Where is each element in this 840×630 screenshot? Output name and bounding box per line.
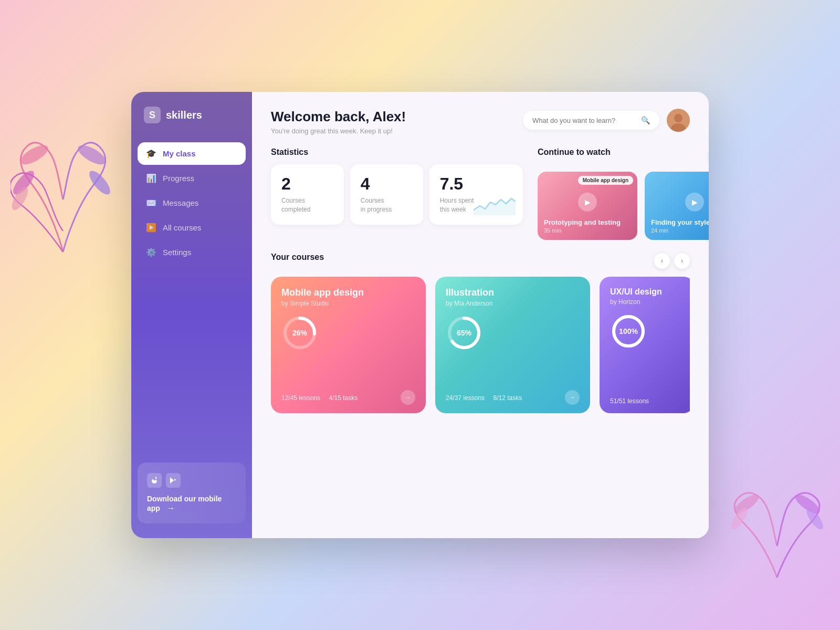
welcome-title: Welcome back, Alex! bbox=[271, 109, 406, 125]
app-name: skillers bbox=[166, 109, 202, 121]
course-card-footer: 12/45 lessons 4/15 tasks → bbox=[281, 390, 415, 405]
svg-point-4 bbox=[10, 184, 31, 212]
course-title: Mobile app design bbox=[281, 287, 415, 298]
course-author: by Simple Studio bbox=[281, 300, 415, 307]
svg-point-10 bbox=[674, 114, 682, 122]
stat-card-hours: 7.5 Hours spentthis week bbox=[429, 164, 523, 225]
continue-title: Continue to watch bbox=[538, 148, 611, 157]
course-progress-text: 65% bbox=[457, 329, 471, 337]
course-lessons: 12/45 lessons 4/15 tasks bbox=[281, 393, 358, 402]
header-left: Welcome back, Alex! You're doing great t… bbox=[271, 109, 406, 135]
svg-point-2 bbox=[75, 142, 109, 169]
courses-nav-arrows: ‹ › bbox=[654, 253, 690, 269]
stat-number: 7.5 bbox=[440, 175, 512, 193]
courses-section: Your courses ‹ › Mobile app design by Si… bbox=[271, 253, 690, 521]
avatar[interactable] bbox=[667, 109, 690, 132]
mobile-app-text: Download our mobile app bbox=[147, 495, 222, 512]
mini-chart bbox=[474, 194, 516, 215]
course-title: UX/UI design bbox=[610, 287, 684, 297]
progress-icon: 📊 bbox=[146, 173, 156, 183]
sidebar-item-my-class[interactable]: 🎓 My class bbox=[138, 142, 246, 165]
course-tasks-text: 4/15 tasks bbox=[329, 394, 358, 402]
course-progress-text: 100% bbox=[619, 327, 638, 335]
play-button[interactable]: ▶ bbox=[685, 193, 704, 212]
course-card-1[interactable]: Illustration by Mia Anderson 65% 24 bbox=[435, 277, 590, 413]
stat-card-courses-completed: 2 Coursescompleted bbox=[271, 164, 344, 225]
app-container: S skillers 🎓 My class 📊 Progress ✉️ Mess… bbox=[131, 92, 709, 538]
sidebar-item-settings[interactable]: ⚙️ Settings bbox=[138, 241, 246, 264]
continue-card-info: Prototyping and testing 35 min bbox=[544, 218, 621, 234]
all-courses-icon: ▶️ bbox=[146, 223, 156, 233]
courses-prev-button[interactable]: ‹ bbox=[654, 253, 670, 269]
course-tasks-text: 8/12 tasks bbox=[494, 394, 522, 402]
sidebar-nav: 🎓 My class 📊 Progress ✉️ Messages ▶️ All… bbox=[131, 142, 252, 463]
stat-number: 2 bbox=[281, 175, 333, 193]
sidebar-item-label: My class bbox=[163, 149, 196, 158]
continue-card-title: Finding your style bbox=[651, 218, 709, 226]
svg-point-5 bbox=[731, 491, 761, 517]
course-lessons: 24/37 lessons 8/12 tasks bbox=[446, 393, 522, 402]
sidebar: S skillers 🎓 My class 📊 Progress ✉️ Mess… bbox=[131, 92, 252, 538]
course-lessons-text: 12/45 lessons bbox=[281, 394, 320, 402]
courses-title: Your courses bbox=[271, 253, 324, 262]
svg-point-0 bbox=[17, 142, 51, 169]
play-store-icon bbox=[166, 473, 181, 488]
svg-point-3 bbox=[86, 167, 114, 197]
mobile-app-promo[interactable]: Download our mobile app → bbox=[138, 463, 246, 523]
stats-watch-row: Statistics 2 Coursescompleted 4 Coursesi… bbox=[271, 148, 690, 240]
main-content: Welcome back, Alex! You're doing great t… bbox=[252, 92, 709, 538]
course-card-2[interactable]: UX/UI design by Horizon 100% 51/51 lesso… bbox=[600, 277, 690, 413]
statistics-title: Statistics bbox=[271, 148, 523, 157]
mobile-app-arrow: → bbox=[166, 503, 175, 512]
header-right: 🔍 bbox=[523, 109, 690, 132]
continue-card-info: Finding your style 24 min bbox=[651, 218, 709, 234]
course-arrow[interactable]: → bbox=[565, 390, 580, 405]
course-arrow[interactable]: → bbox=[401, 390, 415, 405]
courses-header: Your courses ‹ › bbox=[271, 253, 690, 269]
course-author: by Mia Anderson bbox=[446, 300, 580, 307]
stat-number: 4 bbox=[361, 175, 413, 193]
settings-icon: ⚙️ bbox=[146, 247, 156, 257]
continue-card-badge: Mobile app design bbox=[578, 176, 633, 185]
stats-cards: 2 Coursescompleted 4 Coursesin progress … bbox=[271, 164, 523, 225]
my-class-icon: 🎓 bbox=[146, 149, 156, 159]
search-input[interactable] bbox=[532, 117, 636, 124]
sidebar-item-label: All courses bbox=[163, 223, 201, 232]
continue-card-title: Prototyping and testing bbox=[544, 218, 621, 226]
sidebar-item-progress[interactable]: 📊 Progress bbox=[138, 167, 246, 190]
courses-next-button[interactable]: › bbox=[674, 253, 690, 269]
svg-point-1 bbox=[10, 167, 37, 197]
course-author: by Horizon bbox=[610, 298, 684, 306]
course-title: Illustration bbox=[446, 287, 580, 298]
continue-cards: Mobile app design ▶ Prototyping and test… bbox=[538, 172, 709, 240]
messages-icon: ✉️ bbox=[146, 198, 156, 208]
course-card-footer: 51/51 lessons bbox=[610, 397, 684, 405]
search-icon: 🔍 bbox=[641, 116, 650, 124]
course-card-content: UX/UI design by Horizon 100% bbox=[600, 277, 690, 413]
sidebar-item-messages[interactable]: ✉️ Messages bbox=[138, 192, 246, 214]
course-progress-circle: 65% bbox=[446, 314, 482, 351]
course-progress-text: 26% bbox=[292, 329, 307, 337]
course-progress-circle: 26% bbox=[281, 314, 318, 351]
continue-section: Continue to watch ‹ › Mobile app design … bbox=[538, 148, 709, 240]
statistics-section: Statistics 2 Coursescompleted 4 Coursesi… bbox=[271, 148, 523, 225]
svg-point-6 bbox=[792, 491, 822, 517]
continue-card-0[interactable]: Mobile app design ▶ Prototyping and test… bbox=[538, 172, 637, 240]
course-card-0[interactable]: Mobile app design by Simple Studio 26% bbox=[271, 277, 426, 413]
stat-label: Coursesin progress bbox=[361, 196, 413, 214]
sidebar-item-label: Messages bbox=[163, 198, 198, 207]
store-icons bbox=[147, 473, 236, 488]
continue-card-1[interactable]: ▶ Finding your style 24 min bbox=[645, 172, 709, 240]
svg-point-7 bbox=[728, 506, 750, 532]
play-button[interactable]: ▶ bbox=[578, 193, 597, 212]
continue-card-duration: 35 min bbox=[544, 227, 621, 234]
logo-icon: S bbox=[144, 107, 161, 123]
svg-point-8 bbox=[804, 506, 826, 532]
course-lessons-text: 51/51 lessons bbox=[610, 397, 649, 405]
search-bar[interactable]: 🔍 bbox=[523, 111, 659, 130]
sidebar-item-all-courses[interactable]: ▶️ All courses bbox=[138, 216, 246, 239]
course-progress-circle: 100% bbox=[610, 313, 647, 350]
stat-card-courses-progress: 4 Coursesin progress bbox=[350, 164, 423, 225]
continue-card-duration: 24 min bbox=[651, 227, 709, 234]
header: Welcome back, Alex! You're doing great t… bbox=[271, 109, 690, 135]
